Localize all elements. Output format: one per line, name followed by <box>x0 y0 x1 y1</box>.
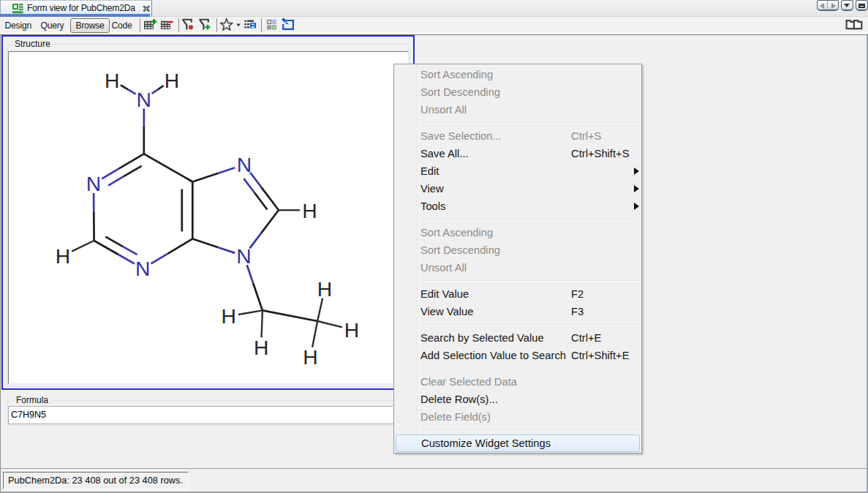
svg-text:N: N <box>86 172 101 195</box>
svg-text:H: H <box>344 318 359 342</box>
svg-text:H: H <box>221 304 235 328</box>
svg-text:H: H <box>302 199 317 222</box>
svg-text:N: N <box>137 88 151 111</box>
svg-text:N: N <box>135 257 150 280</box>
svg-text:N: N <box>237 153 252 176</box>
svg-text:N: N <box>236 244 251 268</box>
svg-text:H: H <box>317 277 332 301</box>
svg-text:H: H <box>105 69 119 92</box>
svg-text:H: H <box>56 244 70 268</box>
svg-text:H: H <box>165 69 179 92</box>
svg-text:H: H <box>254 336 268 359</box>
svg-text:H: H <box>303 345 317 369</box>
